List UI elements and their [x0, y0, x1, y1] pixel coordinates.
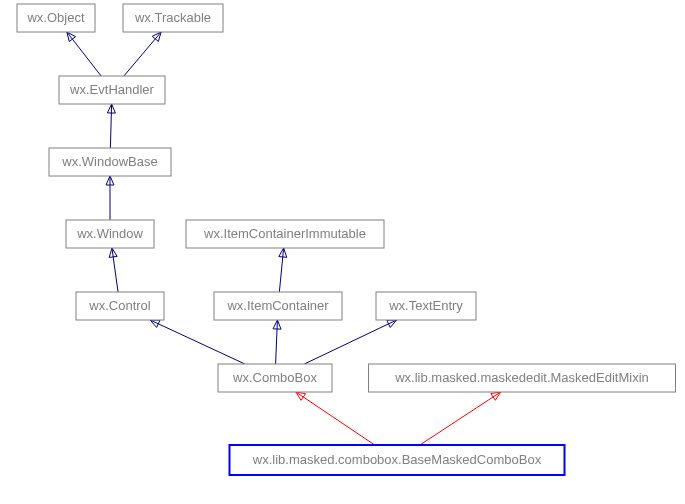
class-node[interactable]: wx.Window: [66, 220, 154, 248]
class-node-label: wx.lib.masked.maskededit.MaskedEditMixin: [394, 370, 649, 385]
class-node-label: wx.WindowBase: [61, 154, 157, 169]
class-node[interactable]: wx.lib.masked.combobox.BaseMaskedComboBo…: [230, 445, 565, 475]
class-node[interactable]: wx.Control: [76, 292, 164, 320]
class-node-label: wx.lib.masked.combobox.BaseMaskedComboBo…: [252, 452, 542, 467]
class-node-label: wx.Control: [88, 298, 151, 313]
class-node[interactable]: wx.ComboBox: [218, 364, 332, 392]
inheritance-edge: [304, 320, 396, 364]
inheritance-edge: [112, 248, 118, 292]
inheritance-edge: [110, 104, 111, 148]
class-node-label: wx.ComboBox: [232, 370, 317, 385]
inheritance-edge: [276, 320, 278, 364]
class-node[interactable]: wx.lib.masked.maskededit.MaskedEditMixin: [369, 364, 676, 392]
class-node[interactable]: wx.ItemContainer: [214, 292, 342, 320]
arrowhead-icon: [387, 320, 397, 327]
inheritance-edge: [420, 392, 501, 445]
class-node-label: wx.ItemContainer: [226, 298, 329, 313]
arrowhead-icon: [150, 320, 160, 327]
class-node-label: wx.Window: [76, 226, 143, 241]
class-node-label: wx.ItemContainerImmutable: [203, 226, 366, 241]
class-node-label: wx.EvtHandler: [69, 82, 154, 97]
class-node-label: wx.TextEntry: [388, 298, 463, 313]
class-node[interactable]: wx.TextEntry: [376, 292, 476, 320]
inheritance-edge: [67, 32, 101, 76]
class-node[interactable]: wx.ItemContainerImmutable: [186, 220, 384, 248]
class-node-label: wx.Trackable: [134, 10, 211, 25]
class-node[interactable]: wx.EvtHandler: [59, 76, 165, 104]
inheritance-diagram: wx.Objectwx.Trackablewx.EvtHandlerwx.Win…: [0, 0, 685, 504]
class-node[interactable]: wx.Trackable: [123, 4, 223, 32]
class-node[interactable]: wx.Object: [17, 4, 95, 32]
class-node[interactable]: wx.WindowBase: [49, 148, 171, 176]
inheritance-edge: [296, 392, 375, 445]
class-node-label: wx.Object: [26, 10, 84, 25]
inheritance-edge: [150, 320, 245, 364]
